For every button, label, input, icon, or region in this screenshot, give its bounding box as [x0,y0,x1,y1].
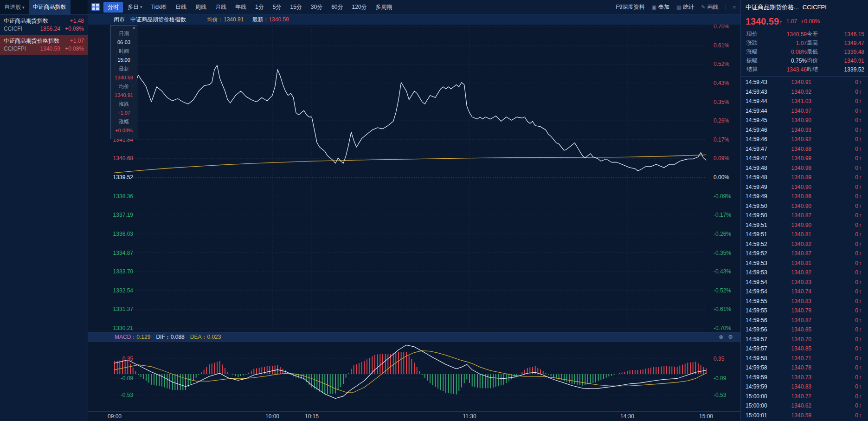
instrument-pct: +0.08% [65,25,84,33]
tick-row[interactable]: 14:59:581340.780↑ [741,363,868,373]
toolbar-item[interactable]: 日线 [171,2,191,13]
sidebar-tabs: 自选股▾中证商品指数 [0,0,88,15]
tick-row[interactable]: 14:59:481340.980↑ [741,163,868,173]
tick-row[interactable]: 14:59:491340.860↑ [741,192,868,201]
tick-time: 15:00:00 [746,393,774,400]
menu-icon[interactable]: ≡ [733,4,736,10]
overlay-icon: ▣ [652,4,656,10]
tick-row[interactable]: 14:59:501340.870↑ [741,211,868,220]
tick-row[interactable]: 14:59:531340.810↑ [741,259,868,268]
tick-row[interactable]: 14:59:461340.930↑ [741,125,868,135]
toolbar-item[interactable]: 多日▾ [123,2,147,13]
stat-value: 0.75% [762,58,807,64]
tick-row[interactable]: 14:59:511340.900↑ [741,220,868,230]
quote-code: CCICFPI [803,4,827,11]
sidebar-tab[interactable]: 中证商品指数 [29,0,71,14]
toolbar-item[interactable]: 年线 [231,2,251,13]
intraday-chart-canvas[interactable] [88,0,740,421]
toolbar-item-label: 年线 [235,3,246,11]
tick-row[interactable]: 14:59:541340.740↑ [741,287,868,297]
toolbar-item[interactable]: 月线 [211,2,231,13]
tick-row[interactable]: 14:59:541340.830↑ [741,278,868,287]
tick-row[interactable]: 14:59:451340.900↑ [741,116,868,125]
tick-volume: 0↑ [811,412,862,419]
tick-row[interactable]: 14:59:531340.820↑ [741,268,868,278]
tick-volume-value: 0 [855,98,858,104]
dea-label: DEA： [190,334,207,340]
toolbar-item[interactable]: ▣叠加 [652,3,669,11]
tick-row[interactable]: 14:59:441340.970↑ [741,106,868,116]
tick-row[interactable]: 14:59:431340.920↑ [741,87,868,97]
watchlist: 中证商品期货指数+1.48CCICFI1856.24+0.08%中证商品期货价格… [0,15,88,55]
up-arrow-icon: ↑ [859,383,862,390]
toolbar-item[interactable]: ▤统计 [676,3,694,11]
tick-volume: 0↑ [811,222,862,228]
tick-volume: 0↑ [811,165,862,171]
avg-label: 均价： [207,16,224,23]
tick-row[interactable]: 14:59:571340.700↑ [741,335,868,344]
tick-time: 14:59:48 [746,174,774,181]
tick-row[interactable]: 14:59:521340.820↑ [741,240,868,249]
tick-row[interactable]: 14:59:461340.920↑ [741,135,868,144]
stats-icon: ▤ [676,4,681,10]
tick-row[interactable]: 14:59:521340.870↑ [741,249,868,259]
tick-volume-value: 0 [855,374,858,381]
tick-row[interactable]: 14:59:491340.900↑ [741,182,868,192]
chart-panel: 0.70%0.61%0.52%0.43%0.35%0.26%0.17%0.09%… [88,0,740,421]
tick-row[interactable]: 14:59:501340.900↑ [741,201,868,211]
tick-volume-value: 0 [855,279,858,285]
toolbar-item[interactable]: Tick图 [147,2,171,13]
tick-row[interactable]: 14:59:441341.030↑ [741,97,868,106]
tick-row[interactable]: 14:59:481340.890↑ [741,173,868,182]
toolbar-item[interactable]: 60分 [327,2,347,13]
tick-row[interactable]: 14:59:571340.850↑ [741,344,868,354]
tooltip-rows: 日期06-03时间15:00最新1340.59均价1340.91涨跌+1.07涨… [111,29,137,135]
up-arrow-icon: ↑ [859,98,862,104]
tick-row[interactable]: 15:00:011340.590↑ [741,411,868,421]
layout-grid-icon[interactable] [91,3,100,11]
tick-row[interactable]: 14:59:511340.810↑ [741,230,868,240]
close-icon[interactable]: × [133,25,135,31]
up-arrow-icon: ↑ [859,288,862,295]
tick-row[interactable]: 14:59:551340.790↑ [741,306,868,316]
tick-row[interactable]: 14:59:591340.830↑ [741,382,868,392]
tick-row[interactable]: 15:00:001340.720↑ [741,392,868,402]
time-axis-label: 15:00 [699,413,713,420]
watchlist-item[interactable]: 中证商品期货价格指数+1.07CCICFPI1340.59+0.08% [0,35,88,55]
tick-volume: 0↑ [811,364,862,371]
tick-row[interactable]: 14:59:581340.710↑ [741,354,868,363]
tick-row[interactable]: 14:59:471340.880↑ [741,144,868,154]
tick-row[interactable]: 15:00:001340.620↑ [741,401,868,411]
tick-row[interactable]: 14:59:471340.990↑ [741,154,868,163]
close-pane-icon[interactable]: ⊗ [719,334,723,340]
tick-list[interactable]: 14:59:431340.910↑14:59:431340.920↑14:59:… [741,78,868,420]
tick-time: 14:59:43 [746,89,774,95]
status-bar: 闭市 中证商品期货价格指数 均价：1340.91 最新：1340.59 [88,14,740,25]
sidebar-tab[interactable]: 自选股▾ [0,0,29,14]
toolbar-item[interactable]: 5分 [269,2,286,13]
tick-time: 14:59:55 [746,298,774,304]
tick-time: 15:00:01 [746,412,774,419]
tick-row[interactable]: 14:59:561340.870↑ [741,316,868,325]
toolbar-item[interactable]: 周线 [191,2,211,13]
toolbar-item[interactable]: F9深度资料 [616,3,645,11]
stat-value: 1339.52 [825,66,864,73]
tick-price: 1340.72 [774,393,811,400]
gear-icon[interactable]: ⚙ [728,334,733,340]
instrument-price: 1340.59 [40,45,60,53]
toolbar-item[interactable]: 15分 [286,2,306,13]
stats-row: 涨幅0.08%最低1339.48 [741,47,868,56]
tick-row[interactable]: 14:59:431340.910↑ [741,78,868,87]
toolbar-item[interactable]: 30分 [307,2,327,13]
up-arrow-icon: ↑ [859,155,862,162]
toolbar-item[interactable]: 多周期 [372,2,397,13]
watchlist-item[interactable]: 中证商品期货指数+1.48CCICFI1856.24+0.08% [0,15,88,35]
toolbar-item[interactable]: ✎画线 [701,3,718,11]
tick-row[interactable]: 14:59:561340.850↑ [741,325,868,335]
macd-header: MACD： 0.129 DIF：0.088 DEA：0.023 ⊗ ⚙ [88,332,740,342]
toolbar-item[interactable]: 120分 [348,2,371,13]
toolbar-item[interactable]: 1分 [251,2,268,13]
tick-row[interactable]: 14:59:591340.730↑ [741,373,868,382]
toolbar-item[interactable]: 分时 [103,2,123,13]
tick-row[interactable]: 14:59:551340.830↑ [741,297,868,306]
